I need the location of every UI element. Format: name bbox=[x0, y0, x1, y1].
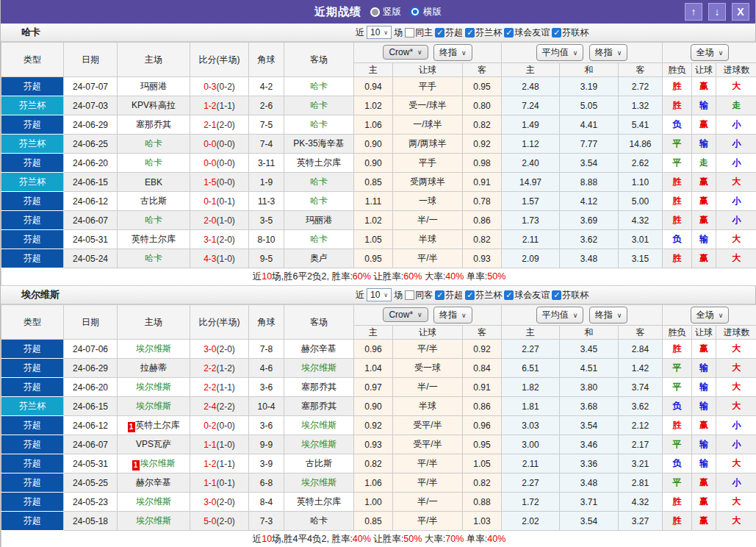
chevron-down-icon: ∨ bbox=[617, 312, 622, 319]
average-value: 平均值 bbox=[542, 309, 569, 321]
league-filter-2[interactable]: 球会友谊 bbox=[504, 289, 550, 301]
league-checkbox-3[interactable] bbox=[552, 290, 561, 300]
chevron-down-icon: ∨ bbox=[573, 312, 578, 319]
handicap-home-odds: 1.02 bbox=[354, 96, 393, 115]
subheader-winlose: 胜负 bbox=[663, 63, 692, 77]
same-venue-checkbox[interactable] bbox=[405, 290, 414, 300]
result-winlose: 胜 bbox=[663, 340, 692, 359]
date-cell: 24-06-12 bbox=[64, 192, 118, 211]
league-filter-label-1: 芬兰杯 bbox=[475, 289, 502, 301]
odds-source-select[interactable]: Crow*∨ bbox=[383, 45, 428, 60]
avg-home-odds: 14.97 bbox=[502, 173, 560, 192]
team-name-text: 哈卡 bbox=[310, 176, 328, 187]
league-filter-2[interactable]: 球会友谊 bbox=[504, 26, 550, 39]
league-checkbox-2[interactable] bbox=[504, 290, 514, 300]
odds-source-select[interactable]: Crow*∨ bbox=[383, 307, 428, 322]
average-time-select[interactable]: 终指∨ bbox=[589, 307, 628, 323]
handicap-away-odds: 0.96 bbox=[463, 416, 502, 435]
league-checkbox-0[interactable] bbox=[435, 290, 444, 300]
odds-source-header: Crow*∨ 终指∨ bbox=[354, 43, 502, 63]
home-team-cell: 赫尔辛基 bbox=[118, 473, 190, 493]
handicap-away-odds: 1.03 bbox=[463, 512, 502, 531]
radio-horizontal-icon[interactable] bbox=[410, 7, 420, 17]
chevron-down-icon: ∨ bbox=[384, 29, 388, 36]
league-filter-0[interactable]: 芬超 bbox=[435, 26, 463, 39]
league-badge: 芬超 bbox=[1, 230, 64, 249]
league-checkbox-0[interactable] bbox=[435, 28, 444, 37]
corner-cell: 2-6 bbox=[249, 96, 284, 115]
same-venue-checkbox[interactable] bbox=[405, 28, 414, 37]
near-count-select[interactable]: 10 ∨ bbox=[367, 26, 392, 39]
home-team-cell: VPS瓦萨 bbox=[118, 435, 190, 454]
league-filter-label-2: 球会友谊 bbox=[514, 26, 550, 39]
league-filter-1[interactable]: 芬兰杯 bbox=[465, 26, 502, 39]
team-name-text: 塞那乔其 bbox=[136, 119, 171, 129]
radio-vertical-icon[interactable] bbox=[370, 7, 380, 17]
radio-horizontal-layout[interactable]: 横版 bbox=[410, 6, 442, 18]
result-goals: 大 bbox=[716, 173, 756, 192]
avg-draw-odds: 4.12 bbox=[560, 192, 619, 211]
average-odds-header: 平均值∨ 终指∨ bbox=[502, 43, 663, 63]
move-down-button[interactable]: ↓ bbox=[708, 3, 726, 21]
average-select[interactable]: 平均值∨ bbox=[536, 44, 584, 61]
away-team-cell: 英特土尔库 bbox=[284, 493, 354, 512]
avg-away-odds: 2.81 bbox=[619, 473, 663, 493]
near-count-select[interactable]: 10 ∨ bbox=[367, 288, 392, 301]
team-name-text: VPS瓦萨 bbox=[136, 439, 171, 449]
average-time-select[interactable]: 终指∨ bbox=[589, 44, 628, 61]
move-up-button[interactable]: ↑ bbox=[685, 3, 702, 21]
same-venue-filter[interactable]: 同客 bbox=[405, 289, 433, 301]
result-handicap: 赢 bbox=[692, 340, 716, 359]
handicap-line: 平/半 bbox=[393, 340, 463, 359]
handicap-home-odds: 1.04 bbox=[354, 359, 393, 378]
close-button[interactable]: X bbox=[732, 3, 749, 21]
away-team-cell: 哈卡 bbox=[284, 96, 354, 115]
handicap-home-odds: 1.05 bbox=[354, 230, 393, 249]
average-select[interactable]: 平均值∨ bbox=[536, 307, 584, 323]
result-goals: 小 bbox=[716, 416, 756, 435]
league-checkbox-1[interactable] bbox=[465, 28, 475, 37]
league-filter-1[interactable]: 芬兰杯 bbox=[465, 289, 502, 301]
team-name-text: 哈卡 bbox=[310, 81, 328, 91]
league-checkbox-1[interactable] bbox=[465, 290, 475, 300]
league-filter-0[interactable]: 芬超 bbox=[435, 289, 463, 301]
league-checkbox-2[interactable] bbox=[504, 28, 514, 37]
average-odds-header: 平均值∨ 终指∨ bbox=[502, 305, 663, 326]
avg-home-odds: 2.27 bbox=[502, 473, 560, 493]
handicap-home-odds: 0.82 bbox=[354, 454, 393, 473]
date-cell: 24-05-31 bbox=[64, 230, 118, 249]
league-filter-3[interactable]: 芬联杯 bbox=[552, 289, 588, 301]
avg-draw-odds: 4.51 bbox=[560, 359, 619, 378]
odds-time-select[interactable]: 终指∨ bbox=[433, 307, 472, 323]
scope-select[interactable]: 全场∨ bbox=[691, 307, 730, 323]
home-team-cell: KPV科高拉 bbox=[118, 96, 190, 115]
chevron-down-icon: ∨ bbox=[719, 49, 724, 57]
handicap-line: 受两球半 bbox=[393, 173, 463, 192]
handicap-home-odds: 1.06 bbox=[354, 473, 393, 493]
home-team-cell: 拉赫蒂 bbox=[118, 359, 190, 378]
away-team-cell: 玛丽港 bbox=[284, 211, 354, 230]
avg-away-odds: 2.12 bbox=[619, 416, 663, 435]
result-winlose: 负 bbox=[663, 230, 692, 249]
league-checkbox-3[interactable] bbox=[552, 28, 561, 37]
scope-select[interactable]: 全场∨ bbox=[691, 44, 730, 61]
corner-cell: 4-6 bbox=[249, 359, 284, 378]
odds-time-select[interactable]: 终指∨ bbox=[433, 44, 472, 61]
avg-home-odds: 3.03 bbox=[502, 416, 560, 435]
team-section: 哈卡 近 10 ∨ 场 同主 芬超 芬兰杯 bbox=[1, 24, 755, 286]
radio-vertical-layout[interactable]: 竖版 bbox=[370, 6, 401, 18]
date-cell: 24-06-20 bbox=[64, 154, 118, 173]
team-name-text: KPV科高拉 bbox=[132, 100, 176, 110]
league-filter-3[interactable]: 芬联杯 bbox=[552, 26, 588, 39]
match-row: 芬超24-06-29塞那乔其2-1(2-0)7-5哈卡1.06一/球半0.821… bbox=[1, 115, 756, 135]
chevron-down-icon: ∨ bbox=[719, 312, 724, 319]
chevron-down-icon: ∨ bbox=[417, 311, 422, 318]
team-name-text: 埃尔维斯 bbox=[140, 458, 176, 468]
team-name-text: 古比斯 bbox=[140, 196, 167, 206]
date-cell: 24-06-12 bbox=[64, 416, 118, 435]
same-venue-filter[interactable]: 同主 bbox=[405, 26, 433, 39]
score-cell: 2-4(2-2) bbox=[190, 397, 249, 416]
home-team-cell: 英特土尔库 bbox=[118, 230, 190, 249]
match-row: 芬超24-05-18埃尔维斯5-0(2-0)7-3哈卡0.85平/半1.032.… bbox=[1, 512, 756, 531]
away-team-cell: 英特土尔库 bbox=[284, 154, 354, 173]
